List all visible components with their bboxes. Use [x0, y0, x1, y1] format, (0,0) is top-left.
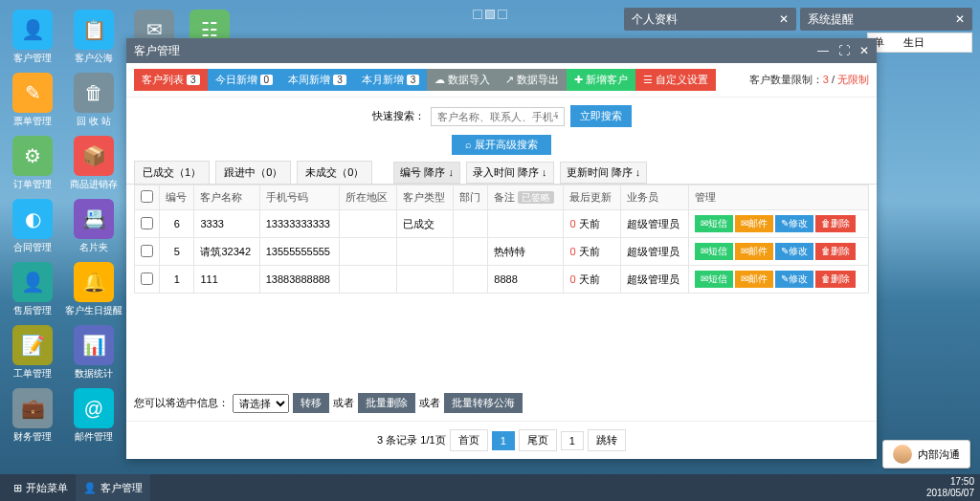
pagination: 3 条记录 1/1页 首页 1 尾页 1 跳转: [126, 421, 877, 459]
desktop-icon[interactable]: ◐合同管理: [10, 199, 56, 254]
th-update: 最后更新: [564, 185, 620, 210]
close-icon[interactable]: ✕: [779, 12, 789, 26]
tab-follow[interactable]: 跟进中（0）: [215, 161, 291, 184]
batch-move-button[interactable]: 转移: [293, 393, 329, 413]
add-customer-button[interactable]: ✚ 新增客户: [567, 69, 635, 91]
icon-label: 回 收 站: [77, 115, 111, 128]
app-icon: 👤: [12, 262, 53, 302]
app-icon: 📦: [74, 136, 114, 176]
icon-label: 客户管理: [13, 52, 52, 65]
sms-button[interactable]: ✉短信: [695, 243, 733, 260]
icon-label: 售后管理: [13, 304, 52, 317]
profile-panel[interactable]: 个人资料 ✕: [624, 8, 796, 31]
toolbar: 客户列表 3 今日新增 0 本周新增 3 本月新增 3 ☁ 数据导入 ↗ 数据导…: [126, 63, 877, 98]
maximize-icon[interactable]: ⛶: [838, 44, 850, 57]
sms-button[interactable]: ✉短信: [695, 271, 733, 288]
app-icon: @: [74, 388, 114, 428]
desktop-icon[interactable]: 📝工单管理: [10, 325, 56, 381]
tab-undone[interactable]: 未成交（0）: [297, 161, 372, 184]
customer-list-button[interactable]: 客户列表 3: [134, 69, 208, 91]
app-icon: ⚙: [12, 136, 53, 176]
today-new-button[interactable]: 今日新增 0: [208, 69, 281, 91]
desktop-icon[interactable]: 🗑回 收 站: [71, 73, 117, 128]
desktop-icon[interactable]: 👤售后管理: [10, 262, 56, 317]
batch-delete-button[interactable]: 批量删除: [358, 393, 415, 413]
batch-public-button[interactable]: 批量转移公海: [444, 393, 523, 413]
row-checkbox[interactable]: [141, 245, 153, 257]
delete-button[interactable]: 🗑删除: [815, 215, 856, 232]
tabs-row: 已成交（1） 跟进中（0） 未成交（0） 编号 降序 ↓ 录入时间 降序 ↓ 更…: [126, 161, 877, 185]
desktop-icon[interactable]: 💼财务管理: [10, 388, 56, 444]
mail-button[interactable]: ✉邮件: [735, 243, 773, 260]
row-checkbox[interactable]: [141, 217, 153, 229]
icon-label: 工单管理: [13, 367, 52, 381]
th-type: 客户类型: [396, 185, 453, 210]
th-phone: 手机号码: [259, 185, 340, 210]
th-area: 所在地区: [340, 185, 396, 210]
desktop-icon[interactable]: 👤客户管理: [10, 10, 56, 65]
edit-button[interactable]: ✎修改: [775, 243, 813, 260]
import-button[interactable]: ☁ 数据导入: [427, 69, 498, 91]
desktop-icon[interactable]: 📦商品进销存: [71, 136, 117, 191]
sms-button[interactable]: ✉短信: [695, 215, 733, 232]
desktop-pager[interactable]: [473, 10, 507, 19]
alert-panel[interactable]: 系统提醒 ✕: [800, 8, 972, 31]
week-new-button[interactable]: 本周新增 3: [280, 69, 354, 91]
close-icon[interactable]: ✕: [859, 44, 869, 57]
edit-button[interactable]: ✎修改: [775, 271, 813, 288]
custom-settings-button[interactable]: ☰ 自定义设置: [635, 69, 716, 91]
select-all-checkbox[interactable]: [141, 190, 153, 203]
th-sales: 业务员: [620, 185, 688, 210]
desktop-icon[interactable]: ⚙订单管理: [10, 136, 56, 191]
desktop-icons: 👤客户管理📋客户公海✎票单管理🗑回 收 站⚙订单管理📦商品进销存◐合同管理📇名片…: [10, 10, 117, 451]
icon-label: 数据统计: [75, 367, 113, 381]
edit-button[interactable]: ✎修改: [775, 215, 813, 232]
desktop-icon[interactable]: @邮件管理: [71, 388, 117, 444]
desktop-icon[interactable]: ✎票单管理: [10, 73, 56, 128]
last-page-button[interactable]: 尾页: [519, 429, 557, 451]
panel-title: 个人资料: [632, 11, 678, 28]
page-input[interactable]: 1: [561, 431, 584, 450]
taskbar: ⊞ 开始菜单 👤 客户管理 17:50 2018/05/07: [0, 474, 980, 501]
app-icon: 📇: [74, 199, 114, 239]
chat-bubble[interactable]: 内部沟通: [882, 440, 970, 468]
first-page-button[interactable]: 首页: [450, 429, 488, 451]
icon-label: 名片夹: [79, 241, 108, 254]
window-title: 客户管理: [134, 43, 180, 59]
desktop-icon[interactable]: 🔔客户生日提醒: [71, 262, 117, 317]
search-label: 快速搜索：: [372, 109, 425, 123]
month-new-button[interactable]: 本月新增 3: [354, 69, 428, 91]
search-input[interactable]: [431, 107, 565, 126]
tab-done[interactable]: 已成交（1）: [134, 161, 210, 184]
th-remark: 备注 已签略: [488, 185, 564, 210]
icon-label: 邮件管理: [75, 430, 113, 444]
desktop-icon[interactable]: 📋客户公海: [71, 10, 117, 65]
sort-entry-time[interactable]: 录入时间 降序 ↓: [466, 162, 554, 184]
app-icon: 🔔: [74, 262, 114, 302]
app-icon: 📝: [12, 325, 53, 365]
export-button[interactable]: ↗ 数据导出: [498, 69, 567, 91]
th-name: 客户名称: [194, 185, 259, 210]
row-checkbox[interactable]: [141, 272, 153, 285]
advanced-search-button[interactable]: ⌕ 展开高级搜索: [452, 135, 551, 155]
window-titlebar[interactable]: 客户管理 — ⛶ ✕: [126, 38, 877, 63]
jump-button[interactable]: 跳转: [588, 429, 626, 451]
start-menu[interactable]: ⊞ 开始菜单: [6, 474, 76, 501]
desktop-icon[interactable]: 📊数据统计: [71, 325, 117, 381]
delete-button[interactable]: 🗑删除: [815, 271, 856, 288]
sort-number[interactable]: 编号 降序 ↓: [393, 162, 460, 184]
page-1-button[interactable]: 1: [492, 431, 515, 450]
mail-button[interactable]: ✉邮件: [735, 215, 773, 232]
mail-button[interactable]: ✉邮件: [735, 271, 773, 288]
minimize-icon[interactable]: —: [817, 44, 829, 57]
search-button[interactable]: 立即搜索: [570, 105, 632, 127]
sort-update-time[interactable]: 更新时间 降序 ↓: [560, 162, 648, 184]
desktop-icon[interactable]: 📇名片夹: [71, 199, 117, 254]
taskbar-app[interactable]: 👤 客户管理: [76, 474, 150, 501]
close-icon[interactable]: ✕: [955, 12, 965, 26]
delete-button[interactable]: 🗑删除: [815, 243, 856, 260]
batch-select[interactable]: 请选择: [233, 394, 289, 413]
customer-window: 客户管理 — ⛶ ✕ 客户列表 3 今日新增 0 本周新增 3 本月新增 3 ☁…: [126, 38, 877, 459]
pager-info: 3 条记录 1/1页: [377, 433, 446, 447]
icon-label: 客户生日提醒: [65, 304, 122, 317]
